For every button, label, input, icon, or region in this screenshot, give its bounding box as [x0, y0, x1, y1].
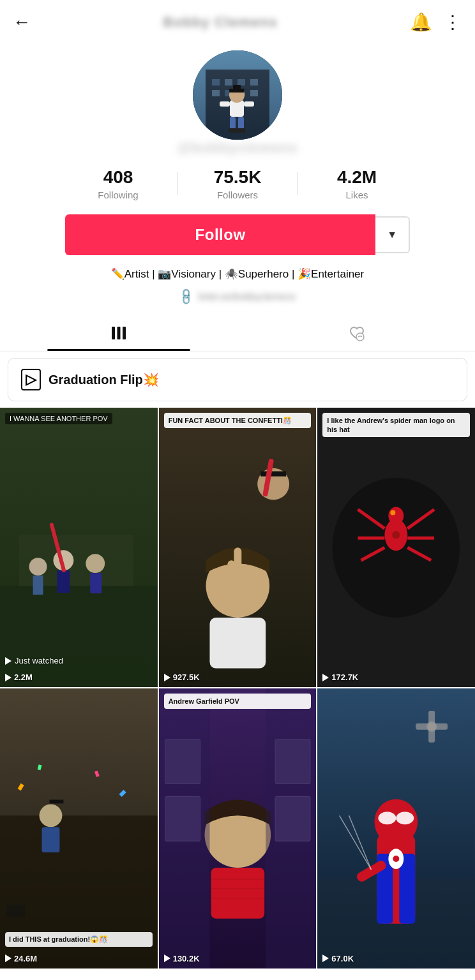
profile-bio: ✏️Artist | 📷Visionary | 🕷️Superhero | 🎉E… [111, 267, 364, 282]
svg-rect-37 [209, 617, 266, 668]
more-options-icon[interactable]: ⋮ [444, 11, 462, 33]
svg-point-83 [379, 812, 396, 824]
svg-rect-19 [220, 101, 230, 107]
svg-rect-29 [33, 575, 43, 595]
profile-link[interactable]: linktr.ee/bobbyclemens [199, 291, 296, 302]
tab-videos[interactable] [0, 315, 238, 351]
svg-point-53 [393, 531, 400, 538]
bio-link-row: 🔗 linktr.ee/bobbyclemens [179, 290, 296, 304]
svg-rect-31 [57, 570, 70, 593]
liked-icon [347, 324, 365, 342]
follow-button[interactable]: Follow [65, 214, 375, 255]
play-tri-3 [322, 674, 329, 681]
svg-rect-18 [237, 128, 245, 133]
play-tri-5 [164, 954, 170, 962]
video-cell-1[interactable]: I WANNA SEE ANOTHER POV Just watched 2.2… [0, 408, 158, 688]
video-count-2: 927.5K [164, 672, 200, 682]
video-count-6: 67.0K [322, 954, 354, 963]
notification-icon[interactable]: 🔔 [410, 11, 432, 33]
likes-label: Likes [345, 189, 368, 200]
svg-rect-89 [428, 711, 435, 743]
video-count-4: 24.6M [5, 954, 37, 963]
svg-point-28 [29, 558, 47, 575]
playlist-title: Graduation Flip💥 [49, 372, 159, 387]
stats-row: 408 Following 75.5K Followers 4.2M Likes [59, 168, 416, 200]
svg-point-32 [86, 554, 105, 573]
video-tag-2: FUN FACT ABOUT THE CONFETTI🎊 [164, 413, 312, 428]
svg-point-54 [391, 510, 396, 515]
svg-point-24 [356, 333, 364, 341]
video-cell-6[interactable]: 67.0K [317, 688, 475, 969]
svg-rect-59 [49, 800, 63, 804]
svg-rect-22 [117, 327, 121, 339]
following-label: Following [98, 189, 138, 200]
header-username: Bobby Clemens [163, 14, 277, 31]
video-cell-3[interactable]: I like the Andrew's spider man logo on h… [317, 408, 475, 688]
svg-rect-6 [250, 79, 258, 85]
playlist-play-icon: ▷ [21, 369, 41, 390]
svg-rect-76 [275, 797, 310, 842]
video-count-1: 2.2M [5, 672, 33, 682]
play-icon-1 [5, 657, 11, 665]
videos-grid-icon [110, 324, 128, 342]
svg-point-84 [396, 812, 414, 824]
svg-rect-73 [165, 739, 200, 784]
back-button[interactable]: ← [13, 12, 31, 33]
svg-rect-67 [211, 868, 264, 919]
svg-point-46 [389, 507, 404, 524]
svg-rect-64 [6, 905, 26, 917]
video-tag-5: Andrew Garfield POV [164, 694, 312, 709]
video-bottom-text-4: I did THIS at graduation!😱🎊 [5, 932, 153, 946]
svg-rect-7 [212, 90, 220, 96]
svg-rect-3 [212, 79, 220, 85]
playlist-banner[interactable]: ▷ Graduation Flip💥 [8, 358, 467, 401]
followers-label: Followers [217, 189, 258, 200]
follow-row: Follow ▼ [65, 214, 410, 255]
header: ← Bobby Clemens 🔔 ⋮ [0, 0, 475, 39]
video-watched-1: Just watched [5, 656, 63, 665]
video-count-5: 130.2K [164, 954, 200, 963]
svg-rect-4 [225, 79, 232, 85]
svg-rect-39 [227, 560, 235, 583]
header-icons: 🔔 ⋮ [410, 11, 462, 33]
video-grid: I WANNA SEE ANOTHER POV Just watched 2.2… [0, 408, 475, 969]
following-stat[interactable]: 408 Following [59, 168, 177, 200]
likes-stat[interactable]: 4.2M Likes [298, 168, 416, 200]
svg-rect-10 [250, 90, 258, 96]
svg-rect-23 [123, 327, 126, 339]
tabs-row [0, 315, 475, 352]
svg-rect-5 [238, 79, 245, 85]
svg-rect-14 [233, 85, 241, 90]
svg-rect-74 [165, 797, 200, 842]
follow-dropdown-button[interactable]: ▼ [375, 216, 410, 253]
likes-count: 4.2M [337, 168, 377, 188]
video-tag-3: I like the Andrew's spider man logo on h… [322, 413, 470, 438]
following-count: 408 [103, 168, 133, 188]
svg-rect-17 [229, 128, 237, 133]
link-icon: 🔗 [176, 286, 196, 306]
play-tri-2 [164, 674, 170, 681]
play-tri-1 [5, 674, 11, 681]
followers-count: 75.5K [214, 168, 262, 188]
video-cell-5[interactable]: Andrew Garfield POV 130.2K [159, 688, 317, 969]
svg-rect-20 [244, 101, 254, 107]
video-cell-2[interactable]: FUN FACT ABOUT THE CONFETTI🎊 927.5K [159, 408, 317, 688]
play-tri-6 [322, 954, 329, 962]
tab-liked[interactable] [238, 315, 475, 351]
play-tri-4 [5, 954, 11, 962]
svg-point-86 [393, 856, 400, 862]
followers-stat[interactable]: 75.5K Followers [178, 168, 297, 200]
svg-rect-41 [260, 471, 286, 476]
svg-rect-21 [112, 327, 115, 339]
profile-username: @bobbyclemens [177, 140, 298, 156]
video-cell-4[interactable]: I did THIS at graduation!😱🎊 24.6M [0, 688, 158, 969]
profile-section: @bobbyclemens 408 Following 75.5K Follow… [0, 39, 475, 315]
svg-rect-58 [42, 827, 60, 852]
video-tag-1: I WANNA SEE ANOTHER POV [5, 413, 112, 424]
svg-point-57 [40, 804, 63, 827]
svg-rect-75 [275, 739, 310, 784]
svg-rect-33 [90, 573, 102, 593]
avatar[interactable] [193, 50, 282, 140]
video-count-3: 172.7K [322, 672, 358, 682]
